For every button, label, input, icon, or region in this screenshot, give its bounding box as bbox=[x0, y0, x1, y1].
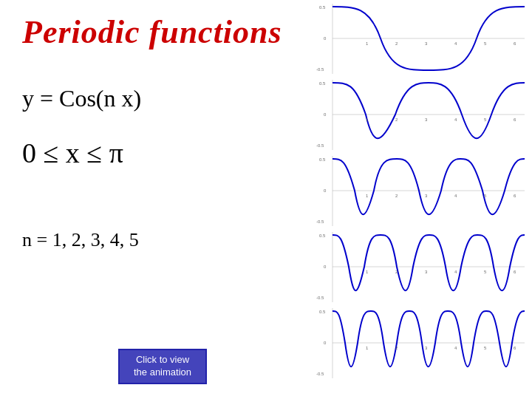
svg-text:0.5: 0.5 bbox=[319, 310, 326, 314]
cosine-graphs-svg: .axis { stroke: #aaa; stroke-width: 0.5;… bbox=[310, 0, 532, 399]
svg-text:6: 6 bbox=[514, 194, 516, 198]
svg-text:5: 5 bbox=[484, 117, 487, 122]
svg-text:6: 6 bbox=[514, 117, 516, 122]
svg-text:0: 0 bbox=[324, 112, 327, 117]
view-animation-button[interactable]: Click to view the animation bbox=[118, 349, 207, 384]
svg-text:4: 4 bbox=[454, 117, 457, 122]
svg-text:0.5: 0.5 bbox=[319, 81, 326, 86]
svg-text:5: 5 bbox=[484, 41, 487, 46]
svg-text:0: 0 bbox=[324, 341, 327, 345]
formula-cos: y = Cos(n x) bbox=[22, 85, 141, 112]
svg-text:0.5: 0.5 bbox=[319, 5, 326, 10]
svg-text:0.5: 0.5 bbox=[319, 157, 326, 162]
svg-text:3: 3 bbox=[425, 117, 428, 122]
svg-text:2: 2 bbox=[395, 194, 398, 198]
svg-text:1: 1 bbox=[366, 346, 369, 350]
svg-text:5: 5 bbox=[484, 270, 487, 274]
svg-text:2: 2 bbox=[395, 346, 398, 350]
svg-text:6: 6 bbox=[514, 346, 516, 350]
button-line1: Click to view bbox=[136, 354, 189, 365]
button-line2: the animation bbox=[134, 366, 191, 378]
svg-text:2: 2 bbox=[395, 41, 398, 46]
svg-text:0: 0 bbox=[324, 36, 327, 41]
svg-text:1: 1 bbox=[366, 117, 369, 122]
svg-text:4: 4 bbox=[454, 41, 457, 46]
svg-text:1: 1 bbox=[366, 41, 369, 46]
svg-text:-0.5: -0.5 bbox=[316, 143, 324, 148]
svg-text:5: 5 bbox=[484, 194, 487, 198]
svg-text:3: 3 bbox=[425, 194, 428, 198]
page-title: Periodic functions bbox=[22, 13, 282, 51]
svg-text:3: 3 bbox=[425, 41, 428, 46]
svg-text:1: 1 bbox=[366, 194, 369, 198]
svg-text:3: 3 bbox=[425, 270, 428, 274]
svg-text:6: 6 bbox=[514, 41, 516, 46]
formula-range: 0 ≤ x ≤ π bbox=[22, 137, 123, 169]
svg-text:4: 4 bbox=[454, 346, 457, 350]
svg-text:0: 0 bbox=[324, 265, 327, 269]
svg-text:4: 4 bbox=[454, 270, 457, 274]
svg-text:3: 3 bbox=[425, 346, 428, 350]
svg-text:1: 1 bbox=[366, 270, 369, 274]
svg-text:-0.5: -0.5 bbox=[316, 67, 324, 72]
svg-text:6: 6 bbox=[514, 270, 516, 274]
svg-text:0: 0 bbox=[324, 188, 327, 193]
n-values-label: n = 1, 2, 3, 4, 5 bbox=[22, 229, 139, 251]
svg-text:2: 2 bbox=[395, 117, 398, 122]
svg-text:4: 4 bbox=[454, 194, 457, 198]
svg-text:5: 5 bbox=[484, 346, 487, 350]
svg-text:-0.5: -0.5 bbox=[316, 219, 324, 224]
svg-text:-0.5: -0.5 bbox=[316, 296, 324, 300]
graphs-panel: .axis { stroke: #aaa; stroke-width: 0.5;… bbox=[310, 0, 532, 399]
svg-text:0.5: 0.5 bbox=[319, 233, 326, 238]
svg-text:-0.5: -0.5 bbox=[316, 372, 324, 376]
